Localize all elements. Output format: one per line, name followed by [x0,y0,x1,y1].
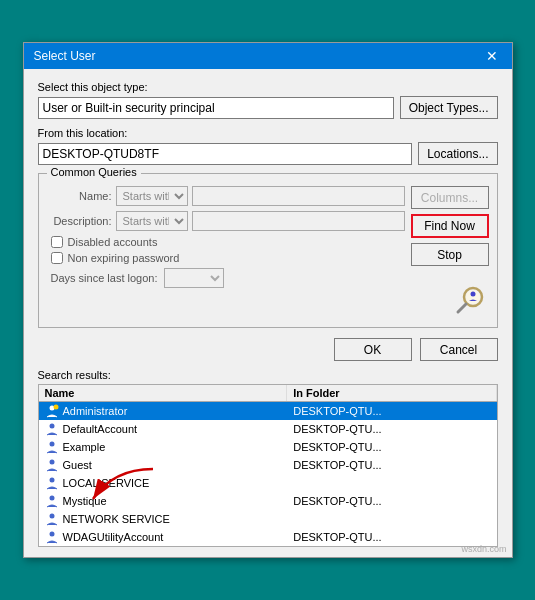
user-icon [45,440,59,454]
result-folder-cell: DESKTOP-QTU... [287,494,496,508]
location-row: Locations... [38,142,498,165]
svg-point-11 [49,514,54,519]
locations-button[interactable]: Locations... [418,142,497,165]
columns-button[interactable]: Columns... [411,186,489,209]
result-name-cell: Mystique [39,493,288,509]
location-input[interactable] [38,143,413,165]
table-row[interactable]: AdministratorDESKTOP-QTU... [39,402,497,420]
cancel-button[interactable]: Cancel [420,338,498,361]
results-table: Name In Folder AdministratorDESKTOP-QTU.… [38,384,498,547]
non-expiring-checkbox[interactable] [51,252,63,264]
user-icon [45,422,59,436]
table-row[interactable]: LOCAL SERVICE [39,474,497,492]
object-type-input[interactable] [38,97,394,119]
user-icon [45,476,59,490]
ok-button[interactable]: OK [334,338,412,361]
table-row[interactable]: GuestDESKTOP-QTU... [39,456,497,474]
table-row[interactable]: ExampleDESKTOP-QTU... [39,438,497,456]
result-folder-cell: DESKTOP-QTU... [287,530,496,544]
object-types-button[interactable]: Object Types... [400,96,498,119]
svg-point-5 [53,405,58,410]
table-row[interactable]: MystiqueDESKTOP-QTU... [39,492,497,510]
result-name-cell: Administrator [39,403,288,419]
groupbox-inner: Name: Starts with Description: Star [47,186,489,319]
svg-line-2 [458,304,466,312]
svg-point-12 [49,532,54,537]
days-since-label: Days since last logon: [51,272,158,284]
user-icon [45,494,59,508]
svg-point-3 [470,292,475,297]
header-folder: In Folder [287,385,496,401]
title-bar: Select User ✕ [24,43,512,69]
table-row[interactable]: WDAGUtilityAccountDESKTOP-QTU... [39,528,497,546]
non-expiring-label: Non expiring password [68,252,180,264]
result-name-cell: Example [39,439,288,455]
object-type-row: Object Types... [38,96,498,119]
table-row[interactable]: DefaultAccountDESKTOP-QTU... [39,420,497,438]
name-row: Name: Starts with [47,186,405,206]
dialog-title: Select User [34,49,96,63]
object-type-label: Select this object type: [38,81,498,93]
select-user-dialog: Select User ✕ Select this object type: O… [23,42,513,558]
common-queries-group: Common Queries Name: Starts with [38,173,498,328]
find-now-button[interactable]: Find Now [411,214,489,238]
header-name: Name [39,385,288,401]
groupbox-left: Name: Starts with Description: Star [47,186,405,319]
result-folder-cell: DESKTOP-QTU... [287,440,496,454]
svg-point-6 [49,424,54,429]
result-folder-cell [287,482,496,484]
results-header: Name In Folder [39,385,497,402]
groupbox-content: Name: Starts with Description: Star [47,186,489,319]
user-icon [45,458,59,472]
result-folder-cell: DESKTOP-QTU... [287,422,496,436]
result-name-cell: LOCAL SERVICE [39,475,288,491]
search-icon [451,281,489,319]
description-row: Description: Starts with [47,211,405,231]
results-body: AdministratorDESKTOP-QTU... DefaultAccou… [39,402,497,546]
name-field-label: Name: [47,190,112,202]
svg-point-10 [49,496,54,501]
user-icon [45,512,59,526]
result-name-cell: DefaultAccount [39,421,288,437]
user-icon [45,404,59,418]
side-buttons: Columns... Find Now Stop [411,186,489,319]
svg-point-7 [49,442,54,447]
description-condition-select[interactable]: Starts with [116,211,188,231]
disabled-accounts-row: Disabled accounts [51,236,405,248]
dialog-body: Select this object type: Object Types...… [24,69,512,557]
table-row[interactable]: NETWORK SERVICE [39,510,497,528]
search-icon-container [451,281,489,319]
non-expiring-row: Non expiring password [51,252,405,264]
result-name-cell: Guest [39,457,288,473]
disabled-accounts-checkbox[interactable] [51,236,63,248]
result-name-cell: NETWORK SERVICE [39,511,288,527]
svg-point-9 [49,478,54,483]
days-since-row: Days since last logon: [51,268,405,288]
days-since-select[interactable] [164,268,224,288]
result-folder-cell: DESKTOP-QTU... [287,458,496,472]
svg-point-8 [49,460,54,465]
description-value-input[interactable] [192,211,405,231]
result-folder-cell [287,518,496,520]
result-folder-cell: DESKTOP-QTU... [287,404,496,418]
result-name-cell: WDAGUtilityAccount [39,529,288,545]
user-icon [45,530,59,544]
groupbox-legend: Common Queries [47,166,141,178]
close-button[interactable]: ✕ [482,49,502,63]
ok-cancel-row: OK Cancel [38,338,498,361]
name-value-input[interactable] [192,186,405,206]
location-label: From this location: [38,127,498,139]
description-field-label: Description: [47,215,112,227]
search-results-label: Search results: [38,369,498,381]
name-condition-select[interactable]: Starts with [116,186,188,206]
stop-button[interactable]: Stop [411,243,489,266]
watermark: wsxdn.com [461,544,506,554]
disabled-accounts-label: Disabled accounts [68,236,158,248]
